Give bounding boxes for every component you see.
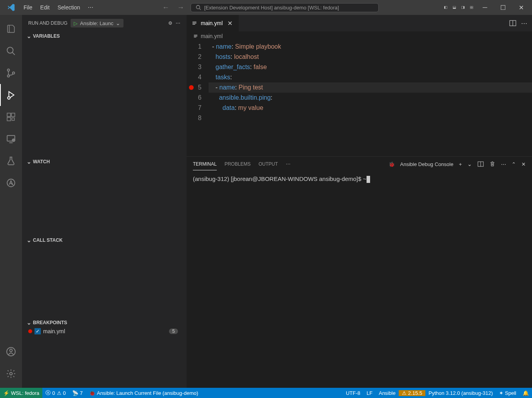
variables-title: VARIABLES <box>33 33 60 39</box>
code-line[interactable] <box>209 113 532 123</box>
status-debug[interactable]: 🐞 Ansible: Launch Current File (ansibug-… <box>86 388 202 398</box>
terminal-overflow[interactable]: ⋯ <box>501 161 506 167</box>
breadcrumb[interactable]: main.yml <box>187 31 532 41</box>
breakpoints-header[interactable]: ⌄ BREAKPOINTS <box>22 318 187 327</box>
line-number[interactable]: 1 <box>187 42 202 52</box>
breakpoint-line-badge: 5 <box>169 329 178 334</box>
gear-icon[interactable]: ⚙ <box>168 20 172 26</box>
chevron-up-icon[interactable]: ⌃ <box>512 161 516 167</box>
code-line[interactable]: - name: Ping test <box>209 82 532 93</box>
window-maximize[interactable]: ☐ <box>495 2 511 13</box>
close-panel-icon[interactable]: ✕ <box>521 161 526 167</box>
terminal-profile-label[interactable]: Ansible Debug Console <box>400 161 454 167</box>
callstack-header[interactable]: ⌄ CALL STACK <box>22 236 187 245</box>
line-number[interactable]: 2 <box>187 52 202 62</box>
status-eol[interactable]: LF <box>363 390 376 396</box>
code-line[interactable]: - name: Simple playbook <box>209 42 532 52</box>
code-line[interactable]: hosts: localhost <box>209 52 532 62</box>
svg-point-18 <box>7 97 10 99</box>
window-title: [Extension Development Host] ansibug-dem… <box>204 5 339 11</box>
terminal-tab-terminal[interactable]: TERMINAL <box>193 158 217 170</box>
status-right: UTF-8 LF Ansible ⚠ 2.15.5 Python 3.12.0 … <box>343 390 532 396</box>
breakpoint-checkbox[interactable]: ✓ <box>34 328 41 334</box>
breadcrumb-file: main.yml <box>201 33 223 39</box>
callstack-title: CALL STACK <box>33 237 63 243</box>
status-python[interactable]: Python 3.12.0 (ansibug-312) <box>425 390 496 396</box>
sidebar-overflow[interactable]: ⋯ <box>176 20 180 26</box>
tabs-bar: main.yml ✕ ⋯ <box>187 15 532 31</box>
status-notifications[interactable]: 🔔 <box>519 390 532 396</box>
trash-icon[interactable] <box>489 161 496 167</box>
terminal-tab-problems[interactable]: PROBLEMS <box>225 158 251 170</box>
close-icon[interactable]: ✕ <box>226 20 234 27</box>
split-terminal-icon[interactable] <box>478 161 484 167</box>
status-encoding[interactable]: UTF-8 <box>343 390 363 396</box>
status-ports[interactable]: 📡7 <box>69 388 86 398</box>
editor-content[interactable]: 12345678 - name: Simple playbook hosts: … <box>187 41 532 156</box>
activity-search[interactable] <box>0 40 22 62</box>
terminal-content[interactable]: (ansibug-312) [jborean@JBOREAN-WINDOWS a… <box>187 172 532 388</box>
breakpoint-marker-icon[interactable] <box>189 85 194 90</box>
terminal-area: TERMINAL PROBLEMS OUTPUT ⋯ 🐞 Ansible Deb… <box>187 156 532 388</box>
line-number[interactable]: 4 <box>187 72 202 82</box>
activity-extensions[interactable] <box>0 106 22 128</box>
activity-remote[interactable] <box>0 128 22 150</box>
svg-rect-38 <box>194 36 198 37</box>
nav-forward-icon[interactable]: → <box>176 4 186 12</box>
breakpoint-file: main.yml <box>43 328 65 334</box>
vscode-logo-icon <box>7 4 15 11</box>
menu-selection[interactable]: Selection <box>54 3 84 12</box>
activity-testing[interactable] <box>0 150 22 172</box>
debug-config-selector[interactable]: ▷ Ansible: Launc ⌄ <box>71 19 123 27</box>
status-ansible-version[interactable]: ⚠ 2.15.5 <box>399 390 425 396</box>
line-number[interactable]: 3 <box>187 62 202 72</box>
error-icon: ⓧ <box>45 389 51 396</box>
status-remote[interactable]: ⚡ WSL: fedora <box>0 388 42 398</box>
svg-rect-10 <box>470 8 472 9</box>
breakpoint-item[interactable]: ✓ main.yml 5 <box>22 327 187 335</box>
nav-back-icon[interactable]: ← <box>161 4 171 12</box>
code-lines[interactable]: - name: Simple playbook hosts: localhost… <box>209 41 532 156</box>
file-icon <box>191 20 198 26</box>
line-number[interactable]: 6 <box>187 93 202 103</box>
activity-settings[interactable] <box>0 363 22 385</box>
watch-header[interactable]: ⌄ WATCH <box>22 157 187 166</box>
menu-overflow[interactable]: ⋯ <box>85 3 96 12</box>
status-problems[interactable]: ⓧ0 ⚠0 <box>42 388 69 398</box>
code-line[interactable]: tasks: <box>209 72 532 82</box>
gutter[interactable]: 12345678 <box>187 41 209 156</box>
terminal-tab-overflow[interactable]: ⋯ <box>286 158 291 170</box>
tab-overflow[interactable]: ⋯ <box>521 20 527 27</box>
layout-sidebar-right-icon[interactable] <box>460 4 466 11</box>
line-number[interactable]: 8 <box>187 113 202 123</box>
variables-header[interactable]: ⌄ VARIABLES <box>22 31 187 41</box>
tab-main-yml[interactable]: main.yml ✕ <box>187 15 239 31</box>
window-close[interactable]: ✕ <box>513 2 529 13</box>
status-language[interactable]: Ansible <box>376 390 399 396</box>
activitybar <box>0 15 22 388</box>
menu-edit[interactable]: Edit <box>37 3 53 12</box>
titlebar-center: ← → [Extension Development Host] ansibug… <box>98 3 441 12</box>
status-spell[interactable]: ✶ Spell <box>496 390 519 396</box>
split-editor-icon[interactable] <box>509 20 516 27</box>
layout-sidebar-left-icon[interactable] <box>443 4 449 11</box>
command-center[interactable]: [Extension Development Host] ansibug-dem… <box>191 3 379 12</box>
activity-ansible[interactable] <box>0 172 22 194</box>
layout-customize-icon[interactable] <box>468 4 475 11</box>
code-line[interactable]: data: my value <box>209 103 532 113</box>
menu-file[interactable]: File <box>20 3 36 12</box>
layout-panel-icon[interactable] <box>451 4 458 11</box>
activity-explorer[interactable] <box>0 18 22 40</box>
new-terminal-icon[interactable]: + <box>459 161 462 167</box>
svg-point-12 <box>7 47 13 53</box>
sidebar-title: RUN AND DEBUG <box>28 20 67 26</box>
code-line[interactable]: gather_facts: false <box>209 62 532 72</box>
activity-account[interactable] <box>0 341 22 363</box>
line-number[interactable]: 7 <box>187 103 202 113</box>
window-minimize[interactable]: ─ <box>477 2 493 13</box>
chevron-down-icon[interactable]: ⌄ <box>467 161 472 167</box>
terminal-tab-output[interactable]: OUTPUT <box>258 158 278 170</box>
activity-debug[interactable] <box>0 84 22 106</box>
code-line[interactable]: ansible.builtin.ping: <box>209 93 532 103</box>
activity-scm[interactable] <box>0 62 22 84</box>
